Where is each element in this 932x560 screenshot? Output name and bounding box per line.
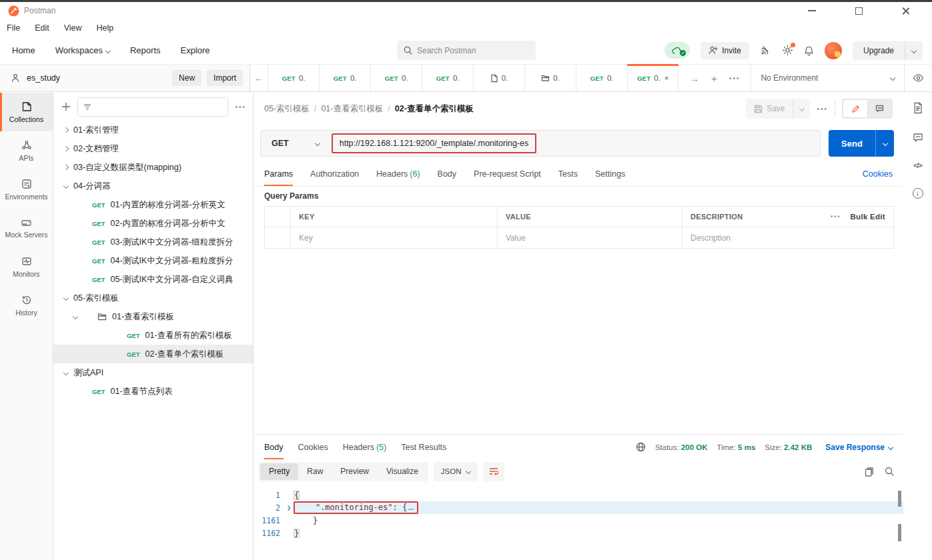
tree-request[interactable]: GET02-内置的标准分词器-分析中文: [53, 214, 253, 233]
comments-icon[interactable]: [913, 133, 923, 143]
view-visualize-button[interactable]: Visualize: [378, 463, 427, 480]
view-pretty-button[interactable]: Pretty: [260, 463, 298, 480]
tab-prerequest[interactable]: Pre-request Script: [474, 162, 541, 186]
comment-mode-button[interactable]: [867, 100, 891, 117]
edit-mode-button[interactable]: [843, 100, 867, 117]
new-button[interactable]: New: [172, 70, 201, 86]
param-key-input[interactable]: [299, 233, 489, 243]
upgrade-button[interactable]: Upgrade: [853, 41, 905, 60]
user-avatar[interactable]: [825, 42, 842, 59]
tree-folder[interactable]: 01-索引管理: [53, 121, 253, 139]
request-tab[interactable]: GET0.: [268, 65, 319, 91]
folder-tab[interactable]: 0.: [524, 65, 576, 91]
upgrade-caret-button[interactable]: [905, 41, 923, 60]
save-caret-button[interactable]: [793, 99, 810, 119]
tree-request[interactable]: GET01-查看节点列表: [53, 382, 253, 401]
tree-folder[interactable]: 04-分词器: [53, 177, 253, 195]
response-body[interactable]: 1 { 2 ❯ ".monitoring-es": {… 1161 } 1162…: [254, 485, 903, 560]
menu-view[interactable]: View: [64, 23, 82, 33]
tab-authorization[interactable]: Authorization: [310, 162, 359, 186]
tree-request[interactable]: GET03-测试IK中文分词器-细粒度拆分: [53, 233, 253, 251]
tree-request[interactable]: GET05-测试IK中文分词器-自定义词典: [53, 270, 253, 289]
maximize-button[interactable]: [845, 4, 872, 17]
tree-folder[interactable]: 测试API: [53, 363, 253, 382]
request-tab[interactable]: GET0.: [422, 65, 473, 91]
request-tab[interactable]: GET0.: [576, 65, 627, 91]
save-button[interactable]: Save: [746, 99, 793, 119]
request-more-button[interactable]: •••: [817, 105, 828, 113]
search-response-icon[interactable]: [885, 467, 894, 476]
tree-request-selected[interactable]: GET02-查看单个索引模板: [53, 345, 253, 363]
capture-requests-icon[interactable]: [760, 45, 771, 56]
tree-subfolder[interactable]: 01-查看索引模板: [53, 307, 253, 326]
cookies-link[interactable]: Cookies: [863, 169, 893, 179]
menu-file[interactable]: File: [7, 23, 20, 33]
tab-body[interactable]: Body: [438, 162, 457, 186]
info-icon[interactable]: i: [913, 188, 923, 199]
settings-button[interactable]: [782, 45, 793, 56]
request-tab[interactable]: GET0.: [319, 65, 370, 91]
scrollbar-mark[interactable]: [898, 491, 901, 507]
nav-home[interactable]: Home: [12, 45, 35, 55]
tab-headers[interactable]: Headers(6): [376, 162, 420, 186]
fold-toggle-icon[interactable]: ❯: [284, 504, 294, 511]
nav-workspaces[interactable]: Workspaces: [55, 45, 110, 55]
sidebar-item-collections[interactable]: Collections: [0, 93, 53, 131]
minimize-button[interactable]: [799, 4, 825, 17]
breadcrumb-folder[interactable]: 01-查看索引模板: [321, 103, 383, 115]
save-response-button[interactable]: Save Response: [825, 443, 893, 452]
documentation-icon[interactable]: [913, 102, 923, 114]
bell-icon[interactable]: [804, 45, 814, 56]
view-raw-button[interactable]: Raw: [298, 463, 332, 480]
environment-selector[interactable]: No Environment: [751, 65, 903, 91]
workspace-name[interactable]: es_study: [27, 73, 60, 83]
sidebar-item-monitors[interactable]: Monitors: [0, 247, 53, 286]
code-snippet-icon[interactable]: </>: [913, 161, 922, 169]
document-tab[interactable]: 0.: [473, 65, 524, 91]
sync-status-button[interactable]: ✓: [664, 42, 690, 59]
breadcrumb-collection[interactable]: 05-索引模板: [264, 103, 310, 115]
environment-quick-look[interactable]: [904, 65, 932, 91]
menu-edit[interactable]: Edit: [35, 23, 49, 33]
tree-request[interactable]: GET01-查看所有的索引模板: [53, 326, 253, 345]
sidebar-filter[interactable]: [77, 97, 228, 117]
wrap-lines-button[interactable]: [483, 462, 504, 481]
tree-folder[interactable]: 03-自定义数据类型(mapping): [53, 158, 253, 177]
import-button[interactable]: Import: [207, 70, 243, 86]
tree-folder[interactable]: 02-文档管理: [53, 139, 253, 158]
collapsed-content-ellipsis[interactable]: …: [408, 503, 413, 512]
copy-icon[interactable]: [865, 467, 874, 477]
network-globe-icon[interactable]: [636, 442, 646, 452]
global-search[interactable]: [397, 41, 536, 60]
response-tab-test-results[interactable]: Test Results: [401, 435, 446, 459]
param-description-input[interactable]: [690, 233, 885, 243]
new-tab-button[interactable]: +: [711, 73, 717, 84]
sidebar-item-environments[interactable]: Environments: [0, 170, 53, 209]
format-selector[interactable]: JSON: [434, 462, 478, 481]
response-tab-cookies[interactable]: Cookies: [298, 435, 328, 459]
tab-close-icon[interactable]: ×: [664, 74, 668, 82]
tab-scroll-right-button[interactable]: →: [689, 73, 699, 84]
request-tab[interactable]: GET0.: [370, 65, 422, 91]
request-tab-active[interactable]: GET0.×: [627, 65, 678, 91]
tree-request[interactable]: GET01-内置的标准分词器-分析英文: [53, 195, 253, 214]
view-preview-button[interactable]: Preview: [332, 463, 378, 480]
invite-button[interactable]: Invite: [701, 42, 749, 59]
sidebar-filter-input[interactable]: [95, 102, 223, 111]
tab-scroll-left-button[interactable]: ←: [250, 65, 268, 91]
send-button[interactable]: Send: [829, 130, 875, 157]
close-button[interactable]: [892, 4, 919, 17]
tab-params[interactable]: Params: [264, 162, 293, 186]
method-selector[interactable]: GET: [261, 139, 330, 148]
bulk-edit-button[interactable]: Bulk Edit: [850, 213, 885, 221]
send-caret-button[interactable]: [875, 130, 894, 157]
sidebar-item-apis[interactable]: APIs: [0, 131, 53, 170]
sidebar-more-button[interactable]: •••: [235, 103, 246, 111]
nav-explore[interactable]: Explore: [181, 45, 210, 55]
search-input[interactable]: [417, 46, 517, 55]
tab-options-button[interactable]: •••: [729, 75, 741, 82]
tree-folder[interactable]: 05-索引模板: [53, 289, 253, 307]
response-tab-body[interactable]: Body: [264, 435, 284, 459]
param-value-input[interactable]: [506, 233, 674, 243]
tab-settings[interactable]: Settings: [595, 162, 625, 186]
